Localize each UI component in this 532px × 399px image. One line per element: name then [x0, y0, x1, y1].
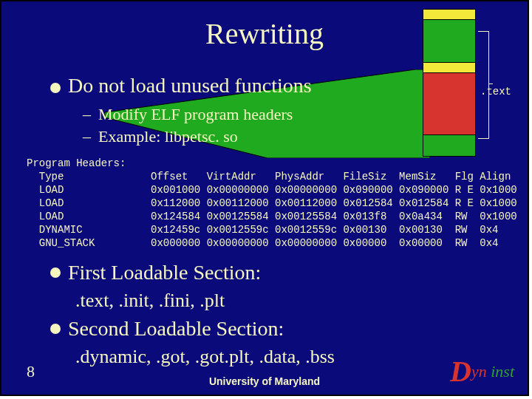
logo-part1: yn	[471, 362, 487, 381]
list-subtext: .dynamic, .got, .got.plt, .data, .bss	[75, 343, 335, 371]
sub-bullet-item: – Modify ELF program headers	[83, 103, 293, 126]
mem-slot	[423, 9, 476, 19]
dash-icon: –	[83, 126, 91, 148]
code-header-row: Type Offset VirtAddr PhysAddr FileSiz Me…	[27, 171, 511, 183]
footer-text: University of Maryland	[1, 375, 528, 387]
main-bullet: Do not load unused functions	[50, 74, 312, 98]
list-text: First Loadable Section:	[68, 259, 261, 287]
main-bullet-text: Do not load unused functions	[68, 74, 312, 97]
mem-slot	[423, 19, 476, 62]
bullet-icon	[50, 324, 61, 334]
bracket-icon	[478, 31, 489, 139]
slide: Rewriting Do not load unused functions –…	[0, 0, 529, 396]
list-item: First Loadable Section:	[50, 259, 335, 287]
mem-slot	[423, 62, 476, 72]
code-row: LOAD 0x112000 0x00112000 0x00112000 0x01…	[27, 197, 517, 209]
code-heading: Program Headers:	[27, 157, 126, 169]
sub-bullet-text: Example: libpetsc. so	[98, 126, 238, 148]
code-row: DYNAMIC 0x12459c 0x0012559c 0x0012559c 0…	[27, 224, 499, 236]
sub-bullet-list: – Modify ELF program headers – Example: …	[83, 103, 293, 148]
program-headers-block: Program Headers: Type Offset VirtAddr Ph…	[27, 157, 517, 250]
text-segment-label: .text	[480, 86, 511, 98]
list-subtext: .text, .init, .fini, .plt	[75, 287, 335, 315]
list-text: Second Loadable Section:	[68, 315, 284, 343]
sub-bullet-item: – Example: libpetsc. so	[83, 126, 293, 148]
list-item: Second Loadable Section:	[50, 315, 335, 343]
logo-part2: inst	[487, 362, 514, 381]
memory-layout-diagram	[423, 9, 476, 157]
mem-slot	[423, 134, 476, 157]
code-row: LOAD 0x124584 0x00125584 0x00125584 0x01…	[27, 211, 517, 222]
dash-icon: –	[83, 103, 91, 126]
mem-slot	[423, 72, 476, 134]
sub-bullet-text: Modify ELF program headers	[98, 103, 293, 126]
logo-letter-d: D	[450, 355, 471, 388]
code-row: GNU_STACK 0x000000 0x00000000 0x00000000…	[27, 237, 499, 249]
code-row: LOAD 0x001000 0x00000000 0x00000000 0x09…	[27, 184, 517, 196]
dyninst-logo: Dyn inst	[450, 354, 514, 389]
bullet-icon	[50, 267, 61, 278]
bullet-icon	[50, 83, 61, 93]
loadable-section-list: First Loadable Section: .text, .init, .f…	[50, 259, 335, 371]
